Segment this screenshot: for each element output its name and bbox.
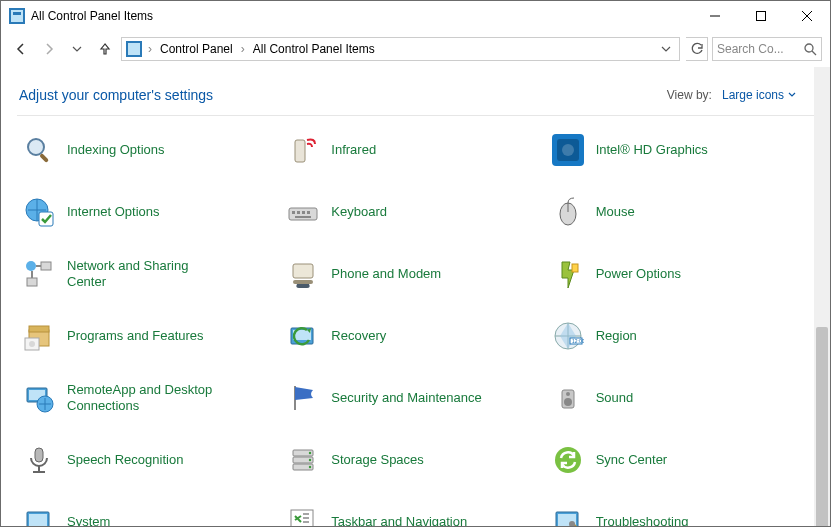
item-sound[interactable]: Sound <box>546 374 810 422</box>
taskbar-icon <box>285 504 321 526</box>
item-power-options[interactable]: Power Options <box>546 250 810 298</box>
network-icon <box>21 256 57 292</box>
item-internet-options[interactable]: Internet Options <box>17 188 281 236</box>
item-infrared[interactable]: Infrared <box>281 126 545 174</box>
svg-rect-8 <box>128 43 140 55</box>
sync-icon <box>550 442 586 478</box>
chevron-down-icon <box>788 91 796 99</box>
item-intel-hd-graphics[interactable]: Intel® HD Graphics <box>546 126 810 174</box>
item-phone-and-modem[interactable]: Phone and Modem <box>281 250 545 298</box>
svg-rect-21 <box>297 211 300 214</box>
svg-point-16 <box>562 144 574 156</box>
item-label: Troubleshooting <box>596 514 689 526</box>
svg-rect-65 <box>291 510 313 526</box>
item-label: Network and Sharing Center <box>67 258 227 289</box>
svg-rect-51 <box>35 448 43 462</box>
svg-rect-24 <box>295 216 311 218</box>
item-label: Security and Maintenance <box>331 390 481 406</box>
minimize-button[interactable] <box>692 1 738 31</box>
chevron-right-icon[interactable]: › <box>146 42 154 56</box>
breadcrumb-current[interactable]: All Control Panel Items <box>249 38 379 60</box>
item-recovery[interactable]: Recovery <box>281 312 545 360</box>
back-button[interactable] <box>9 37 33 61</box>
page-title: Adjust your computer's settings <box>19 87 213 103</box>
svg-rect-29 <box>27 278 37 286</box>
item-keyboard[interactable]: Keyboard <box>281 188 545 236</box>
item-label: Phone and Modem <box>331 266 441 282</box>
item-taskbar-and-navigation[interactable]: Taskbar and Navigation <box>281 498 545 526</box>
item-security-and-maintenance[interactable]: Security and Maintenance <box>281 374 545 422</box>
item-label: Infrared <box>331 142 376 158</box>
item-indexing-options[interactable]: Indexing Options <box>17 126 281 174</box>
vertical-scrollbar[interactable] <box>814 67 830 526</box>
item-label: Mouse <box>596 204 635 220</box>
view-by-label: View by: <box>667 88 712 102</box>
scrollbar-thumb[interactable] <box>816 327 828 526</box>
svg-point-38 <box>29 341 35 347</box>
window: All Control Panel Items › Control Panel … <box>0 0 831 527</box>
content-header: Adjust your computer's settings View by:… <box>17 83 814 116</box>
svg-rect-34 <box>572 264 578 272</box>
address-dropdown-button[interactable] <box>655 38 677 60</box>
refresh-button[interactable] <box>686 37 708 61</box>
item-sync-center[interactable]: Sync Center <box>546 436 810 484</box>
item-storage-spaces[interactable]: Storage Spaces <box>281 436 545 484</box>
item-system[interactable]: System <box>17 498 281 526</box>
svg-rect-36 <box>29 326 49 332</box>
item-label: Indexing Options <box>67 142 165 158</box>
window-title: All Control Panel Items <box>31 9 153 23</box>
control-panel-icon <box>126 41 142 57</box>
item-label: Sound <box>596 390 634 406</box>
svg-rect-1 <box>11 10 23 22</box>
region-icon: 12:00 <box>550 318 586 354</box>
system-icon <box>21 504 57 526</box>
maximize-button[interactable] <box>738 1 784 31</box>
view-by-selector[interactable]: Large icons <box>722 88 796 102</box>
item-label: Taskbar and Navigation <box>331 514 467 526</box>
power-icon <box>550 256 586 292</box>
search-input[interactable]: Search Co... <box>712 37 822 61</box>
svg-line-10 <box>812 51 816 55</box>
svg-point-11 <box>28 139 44 155</box>
up-button[interactable] <box>93 37 117 61</box>
svg-point-58 <box>309 459 311 461</box>
sound-icon <box>550 380 586 416</box>
item-troubleshooting[interactable]: Troubleshooting <box>546 498 810 526</box>
magnifier-icon <box>21 132 57 168</box>
item-speech-recognition[interactable]: Speech Recognition <box>17 436 281 484</box>
window-buttons <box>692 1 830 31</box>
chevron-right-icon[interactable]: › <box>239 42 247 56</box>
item-label: System <box>67 514 110 526</box>
svg-point-49 <box>564 398 572 406</box>
item-label: Internet Options <box>67 204 160 220</box>
recent-locations-button[interactable] <box>65 37 89 61</box>
troubleshoot-icon <box>550 504 586 526</box>
svg-rect-62 <box>29 514 47 526</box>
item-label: Speech Recognition <box>67 452 183 468</box>
remote-icon <box>21 380 57 416</box>
phone-icon <box>285 256 321 292</box>
globe-check-icon <box>21 194 57 230</box>
content-area: Adjust your computer's settings View by:… <box>1 67 814 526</box>
close-button[interactable] <box>784 1 830 31</box>
mic-icon <box>21 442 57 478</box>
item-label: Storage Spaces <box>331 452 424 468</box>
item-programs-and-features[interactable]: Programs and Features <box>17 312 281 360</box>
item-mouse[interactable]: Mouse <box>546 188 810 236</box>
svg-rect-20 <box>292 211 295 214</box>
breadcrumb-control-panel[interactable]: Control Panel <box>156 38 237 60</box>
forward-button[interactable] <box>37 37 61 61</box>
svg-point-27 <box>26 261 36 271</box>
control-panel-icon <box>9 8 25 24</box>
svg-point-57 <box>309 452 311 454</box>
svg-rect-33 <box>293 280 313 284</box>
view-by-value: Large icons <box>722 88 784 102</box>
address-bar[interactable]: › Control Panel › All Control Panel Item… <box>121 37 680 61</box>
svg-rect-23 <box>307 211 310 214</box>
item-remoteapp[interactable]: RemoteApp and Desktop Connections <box>17 374 281 422</box>
titlebar: All Control Panel Items <box>1 1 830 31</box>
svg-rect-22 <box>302 211 305 214</box>
item-region[interactable]: 12:00 Region <box>546 312 810 360</box>
item-network-sharing-center[interactable]: Network and Sharing Center <box>17 250 281 298</box>
navigation-toolbar: › Control Panel › All Control Panel Item… <box>1 31 830 67</box>
